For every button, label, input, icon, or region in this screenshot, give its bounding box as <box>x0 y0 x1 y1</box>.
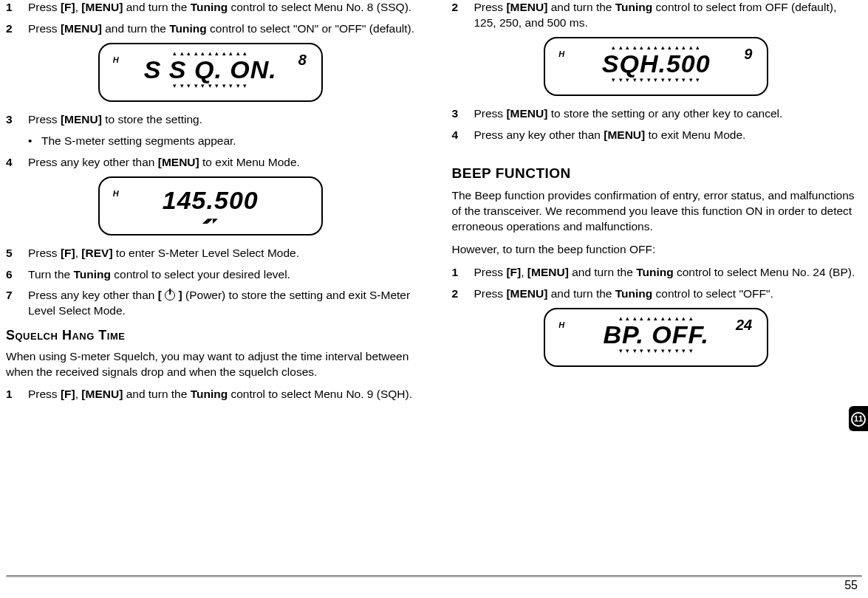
step-number: 4 <box>452 128 474 143</box>
beep-step-1: 1 Press [F], [MENU] and turn the Tuning … <box>452 265 861 281</box>
lcd-display-sqh: H ▴ ▴ ▴ ▴ ▴ ▴ ▴ ▴ ▴ ▴ ▴ ▴ ▴ SQH.500 9 ▾ … <box>452 37 861 96</box>
left-step-2: 2 Press [MENU] and turn the Tuning contr… <box>6 21 415 37</box>
left-column: 1 Press [F], [MENU] and turn the Tuning … <box>0 0 423 408</box>
step-number: 3 <box>6 112 28 128</box>
step-body: Turn the Tuning control to select your d… <box>28 267 415 283</box>
step-body: Press [F], [REV] to enter S-Meter Level … <box>28 246 415 261</box>
step-body: Press [MENU] and turn the Tuning control… <box>474 0 861 31</box>
right-step-2: 2 Press [MENU] and turn the Tuning contr… <box>452 0 861 31</box>
step-number: 3 <box>452 106 474 122</box>
lcd-display-freq: H 145.500 ◢◤◤ <box>6 176 415 236</box>
footer-rule <box>6 575 862 577</box>
left-step-4: 4 Press any key other than [MENU] to exi… <box>6 155 415 171</box>
step-body: Press [MENU] to store the setting. <box>28 112 415 128</box>
step-body: Press [F], [MENU] and turn the Tuning co… <box>28 0 415 16</box>
step-number: 2 <box>452 286 474 302</box>
lcd-display-ssq: H ▴ ▴ ▴ ▴ ▴ ▴ ▴ ▴ ▴ ▴ ▴ S S Q. ON. 8 ▾ ▾… <box>6 43 415 102</box>
beep-step-2: 2 Press [MENU] and turn the Tuning contr… <box>452 286 861 302</box>
beep-paragraph-2: However, to turn the beep function OFF: <box>452 242 861 258</box>
lcd-h-indicator: H <box>558 320 564 331</box>
step-number: 4 <box>6 155 28 171</box>
sht-paragraph: When using S-meter Squelch, you may want… <box>6 349 415 380</box>
chapter-tab: 11 <box>849 406 868 431</box>
step-number: 2 <box>6 21 28 37</box>
sub-text: The S-meter setting segments appear. <box>41 134 236 149</box>
step-number: 7 <box>6 288 28 319</box>
left-step-5: 5 Press [F], [REV] to enter S-Meter Leve… <box>6 246 415 261</box>
beep-paragraph-1: The Beep function provides confirmation … <box>452 188 861 235</box>
step-body: Press any key other than [MENU] to exit … <box>28 155 415 171</box>
lcd-menu-number: 9 <box>744 44 752 64</box>
left-step-7: 7 Press any key other than [ ] (Power) t… <box>6 288 415 319</box>
page: 1 Press [F], [MENU] and turn the Tuning … <box>0 0 868 408</box>
left-step-6: 6 Turn the Tuning control to select your… <box>6 267 415 283</box>
step-body: Press [F], [MENU] and turn the Tuning co… <box>474 265 861 281</box>
power-icon <box>165 290 175 300</box>
step-body: Press any key other than [MENU] to exit … <box>474 128 861 143</box>
lcd-menu-number: 8 <box>298 50 307 70</box>
right-step-3: 3 Press [MENU] to store the setting or a… <box>452 106 861 122</box>
step-number: 1 <box>6 0 28 16</box>
step-body: Press any key other than [ ] (Power) to … <box>28 288 415 319</box>
step-body: Press [MENU] to store the setting or any… <box>474 106 861 122</box>
right-column: 2 Press [MENU] and turn the Tuning contr… <box>423 0 869 408</box>
lcd-display-bp: H ▴ ▴ ▴ ▴ ▴ ▴ ▴ ▴ ▴ ▴ ▴ BP. OFF. 24 ▾ ▾ … <box>452 308 861 367</box>
sht-step-1: 1 Press [F], [MENU] and turn the Tuning … <box>6 387 415 402</box>
step-number: 5 <box>6 246 28 261</box>
step-number: 2 <box>452 0 474 31</box>
lcd-h-indicator: H <box>113 188 119 199</box>
left-step-3-sub: • The S-meter setting segments appear. <box>28 134 415 149</box>
page-number: 55 <box>844 577 858 594</box>
lcd-main-text: S S Q. ON. <box>144 53 277 87</box>
lcd-main-text: SQH.500 <box>602 47 711 81</box>
lcd-main-text: 145.500 <box>163 184 259 218</box>
heading-beep-function: BEEP FUNCTION <box>452 164 861 183</box>
left-step-1: 1 Press [F], [MENU] and turn the Tuning … <box>6 0 415 16</box>
lcd-menu-number: 24 <box>736 315 752 335</box>
step-number: 1 <box>6 387 28 402</box>
step-body: Press [F], [MENU] and turn the Tuning co… <box>28 387 415 402</box>
step-number: 1 <box>452 265 474 281</box>
step-number: 6 <box>6 267 28 283</box>
heading-squelch-hang-time: Squelch Hang Time <box>6 326 415 344</box>
lcd-h-indicator: H <box>558 49 564 60</box>
lcd-h-indicator: H <box>113 55 119 66</box>
chapter-number-icon: 11 <box>851 412 866 427</box>
right-step-4: 4 Press any key other than [MENU] to exi… <box>452 128 861 143</box>
step-body: Press [MENU] and turn the Tuning control… <box>474 286 861 302</box>
left-step-3: 3 Press [MENU] to store the setting. <box>6 112 415 128</box>
step-body: Press [MENU] and turn the Tuning control… <box>28 21 415 37</box>
lcd-main-text: BP. OFF. <box>604 318 709 352</box>
bullet-icon: • <box>28 134 41 149</box>
